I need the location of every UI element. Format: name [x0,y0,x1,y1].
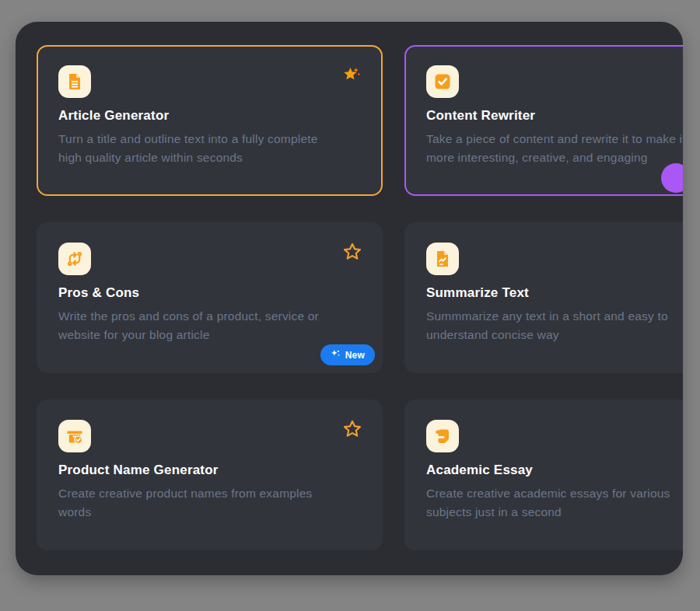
favorite-button[interactable] [341,418,364,442]
card-content-rewriter[interactable]: Content Rewriter Take a piece of content… [404,45,683,196]
card-description: Turn a title and outline text into a ful… [58,130,361,167]
swap-arrows-icon [58,243,91,275]
star-outline-icon [341,418,363,442]
card-pros-and-cons[interactable]: Pros & Cons Write the pros and cons of a… [37,222,383,373]
purple-cursor-dot [661,163,683,193]
favorite-button[interactable] [339,65,362,89]
card-description: Create creative academic essays for vari… [426,484,683,522]
card-title: Article Generator [58,108,361,124]
sparkle-icon [331,349,341,361]
card-title: Academic Essay [426,463,683,478]
card-description: Take a piece of content and rewrite it t… [426,130,683,167]
package-check-icon [58,420,91,452]
card-article-generator[interactable]: Article Generator Turn a title and outli… [37,45,383,196]
tools-panel: Article Generator Turn a title and outli… [16,22,683,575]
card-summarize-text[interactable]: Summarize Text Summmarize any text in a … [404,222,683,373]
tools-grid: Article Generator Turn a title and outli… [37,45,683,550]
star-outline-icon [341,241,363,265]
scroll-icon [426,420,459,452]
card-title: Content Rewriter [426,108,683,124]
card-title: Summarize Text [426,285,683,301]
card-academic-essay[interactable]: Academic Essay Create creative academic … [404,400,683,550]
star-filled-sparkle-icon [340,65,362,89]
card-description: Write the pros and cons of a product, se… [58,307,361,344]
summary-document-icon [426,243,459,275]
card-description: Create creative product names from examp… [58,484,361,522]
new-badge: New [320,344,375,365]
card-description: Summmarize any text in a short and easy … [426,307,683,344]
document-icon [58,65,91,98]
card-title: Pros & Cons [58,285,361,301]
favorite-button[interactable] [341,241,364,264]
card-title: Product Name Generator [58,463,361,478]
checkbox-icon [426,65,459,98]
card-product-name-generator[interactable]: Product Name Generator Create creative p… [37,400,383,550]
new-badge-label: New [345,350,365,361]
